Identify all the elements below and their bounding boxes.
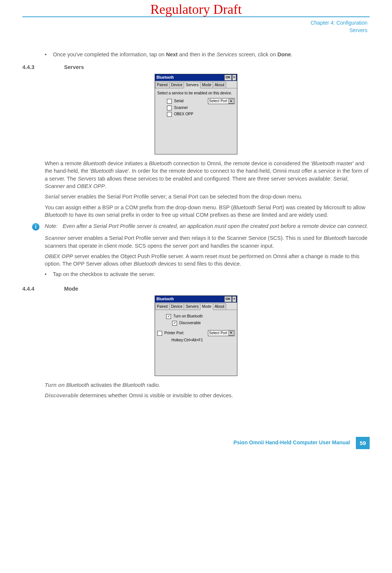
activate-text: Tap on the checkbox to activate the serv… — [53, 271, 155, 277]
bullet-dot: • — [45, 270, 51, 278]
obex-row: OBEX OPP — [167, 112, 235, 117]
tab-device[interactable]: Device — [169, 82, 184, 88]
section-4-4-3: 4.4.3 Servers — [22, 63, 370, 71]
tab-mode[interactable]: Mode — [200, 82, 213, 88]
section-title: Mode — [64, 285, 78, 292]
printer-label: Printer Port: — [164, 331, 184, 336]
page-number: 59 — [356, 437, 370, 449]
tab-mode[interactable]: Mode — [200, 303, 213, 310]
scanner-row: Scanner — [167, 105, 235, 110]
instructions-text: Select a service to be enabled on this d… — [157, 91, 235, 96]
bluetooth-mode-screenshot: Bluetooth OK × Paired Device Servers Mod… — [155, 295, 237, 376]
obex-checkbox[interactable] — [167, 112, 172, 117]
page-content: • Once you've completed the information,… — [22, 51, 370, 400]
header-section: Servers — [25, 27, 367, 34]
tab-about[interactable]: About — [213, 82, 226, 88]
tab-paired[interactable]: Paired — [155, 303, 170, 310]
serial-checkbox[interactable] — [167, 99, 172, 104]
page-footer: Psion Omnii Hand-Held Computer User Manu… — [22, 437, 370, 449]
select-port-dropdown[interactable]: Select Port ▼ — [208, 98, 235, 104]
activate-bullet: • Tap on the checkbox to activate the se… — [45, 270, 370, 278]
turn-on-checkbox[interactable]: ✓ — [166, 314, 171, 319]
footer-title: Psion Omnii Hand-Held Computer User Manu… — [234, 439, 350, 447]
paragraph-turn-on: Turn on Bluetooth activates the Bluetoot… — [45, 381, 370, 389]
paragraph-serial: Serial server enables the Serial Port Pr… — [45, 193, 370, 200]
discoverable-row: ✓ Discoverable — [172, 320, 235, 326]
hotkey-label: Hotkey:Ctrl+Alt+F1 — [171, 338, 203, 343]
paragraph-scanner: Scanner server enables a Serial Port Pro… — [45, 234, 370, 250]
turn-on-row: ✓ Turn on Bluetooth — [166, 314, 235, 319]
intro-bullet: • Once you've completed the information,… — [45, 51, 370, 58]
tab-strip: Paired Device Servers Mode About — [155, 81, 237, 88]
obex-label: OBEX OPP — [174, 112, 193, 117]
tab-paired[interactable]: Paired — [155, 82, 170, 88]
window-titlebar: Bluetooth OK × — [155, 74, 237, 81]
regulatory-draft-watermark: Regulatory Draft — [0, 0, 392, 19]
page-header: Chapter 4: Configuration Servers — [22, 16, 370, 35]
discoverable-checkbox[interactable]: ✓ — [172, 321, 177, 326]
paragraph-bsp: You can assign either a BSP or a COM pre… — [45, 204, 370, 219]
window-title: Bluetooth — [156, 297, 224, 302]
window-titlebar: Bluetooth OK × — [155, 296, 237, 303]
section-title: Servers — [64, 63, 84, 71]
tab-servers[interactable]: Servers — [184, 82, 200, 88]
printer-row: Printer Port: Select Port ▼ — [157, 330, 235, 336]
tab-device[interactable]: Device — [169, 303, 184, 310]
serial-row: Serial Select Port ▼ — [167, 98, 235, 104]
printer-checkbox[interactable] — [157, 331, 162, 336]
printer-port-dropdown[interactable]: Select Port ▼ — [208, 330, 235, 336]
section-number: 4.4.4 — [22, 285, 64, 292]
info-icon: i — [32, 223, 39, 231]
scanner-label: Scanner — [174, 105, 188, 110]
note-text: Even after a Serial Port Profile server … — [63, 222, 368, 230]
bullet-dot: • — [45, 51, 51, 58]
chevron-down-icon: ▼ — [228, 331, 234, 336]
tab-about[interactable]: About — [213, 303, 226, 310]
close-button[interactable]: × — [232, 75, 236, 81]
scanner-checkbox[interactable] — [167, 106, 172, 110]
panel-body: ✓ Turn on Bluetooth ✓ Discoverable Print… — [155, 310, 237, 376]
turn-on-label: Turn on Bluetooth — [173, 314, 203, 319]
chevron-down-icon: ▼ — [228, 99, 234, 104]
tab-strip: Paired Device Servers Mode About — [155, 303, 237, 310]
bluetooth-servers-screenshot: Bluetooth OK × Paired Device Servers Mod… — [155, 74, 237, 154]
paragraph-discoverable: Discoverable determines whether Omnii is… — [45, 392, 370, 399]
close-button[interactable]: × — [232, 296, 236, 302]
hotkey-row: Hotkey:Ctrl+Alt+F1 — [171, 338, 235, 343]
paragraph-servers-intro: When a remote Bluetooth device initiates… — [45, 160, 370, 190]
window-title: Bluetooth — [156, 75, 224, 80]
section-number: 4.4.3 — [22, 63, 64, 71]
serial-label: Serial — [174, 98, 184, 104]
ok-button[interactable]: OK — [224, 296, 232, 302]
section-4-4-4: 4.4.4 Mode — [22, 285, 370, 292]
note-block: i Note: Even after a Serial Port Profile… — [32, 222, 370, 231]
note-label: Note: — [45, 222, 63, 230]
header-chapter: Chapter 4: Configuration — [25, 19, 367, 27]
intro-text: Once you've completed the information, t… — [53, 51, 293, 57]
paragraph-obex: OBEX OPP server enables the Object Push … — [45, 253, 370, 268]
tab-servers[interactable]: Servers — [184, 303, 200, 310]
ok-button[interactable]: OK — [224, 75, 232, 81]
discoverable-label: Discoverable — [179, 320, 201, 326]
panel-body: Select a service to be enabled on this d… — [155, 88, 237, 154]
